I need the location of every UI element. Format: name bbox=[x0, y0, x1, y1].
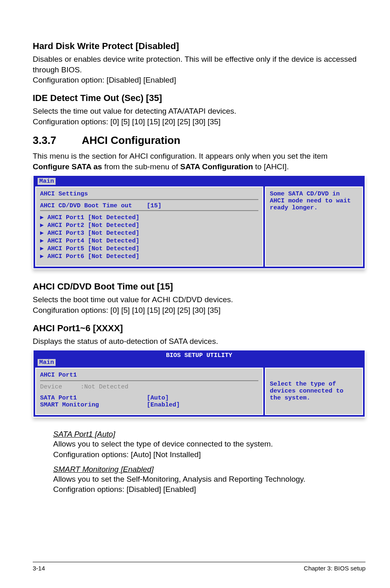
bios-help-text: Some SATA CD/DVD in AHCI mode need to wa… bbox=[270, 191, 351, 211]
divider bbox=[40, 199, 258, 200]
bios-submenu-ahci-port1[interactable]: ▶ AHCI Port1 [Not Detected] bbox=[40, 213, 258, 221]
text-line: Configuration options: [0] [5] [10] [15]… bbox=[33, 117, 220, 126]
triangle-right-icon: ▶ bbox=[40, 238, 47, 245]
bios-help-text: Select the type of devices connected to … bbox=[270, 381, 343, 402]
text-fragment: from the sub-menu of bbox=[102, 162, 180, 171]
heading-ide-detect-time-out: IDE Detect Time Out (Sec) [35] bbox=[33, 93, 365, 103]
bios-tab-main[interactable]: Main bbox=[38, 178, 56, 185]
text-line: Allows you to set the Self-Monitoring, A… bbox=[53, 475, 305, 483]
submenu-label: AHCI Port3 [Not Detected] bbox=[47, 230, 139, 237]
divider bbox=[40, 210, 258, 211]
bios-submenu-ahci-port2[interactable]: ▶ AHCI Port2 [Not Detected] bbox=[40, 221, 258, 229]
heading-hard-disk-write-protect: Hard Disk Write Protect [Disabled] bbox=[33, 41, 365, 52]
bios-submenu-ahci-port6[interactable]: ▶ AHCI Port6 [Not Detected] bbox=[40, 252, 258, 260]
bios-panel-ahci-port1: BIOS SETUP UTILITY Main AHCI Port1 Devic… bbox=[33, 350, 365, 417]
text-hard-disk-write-protect: Disables or enables device write protect… bbox=[33, 54, 365, 85]
triangle-right-icon: ▶ bbox=[40, 214, 47, 221]
bios-submenu-ahci-port5[interactable]: ▶ AHCI Port5 [Not Detected] bbox=[40, 245, 258, 252]
text-ide-detect-time-out: Selects the time out value for detecting… bbox=[33, 106, 365, 127]
text-line: Disables or enables device write protect… bbox=[33, 55, 356, 74]
bios-left-pane: AHCI Port1 Device :Not Detected SATA Por… bbox=[35, 368, 263, 415]
text-smart-monitoring: Allows you to set the Self-Monitoring, A… bbox=[53, 474, 365, 495]
divider bbox=[40, 380, 258, 381]
info-value: :Not Detected bbox=[81, 384, 128, 391]
submenu-label: AHCI Port1 [Not Detected] bbox=[47, 214, 139, 221]
text-line: Allows you to select the type of device … bbox=[53, 440, 273, 448]
page-footer: 3-14 Chapter 3: BIOS setup bbox=[33, 562, 365, 572]
bios-left-pane: AHCI Settings AHCI CD/DVD Boot Time out … bbox=[35, 186, 263, 267]
bios-help-pane: Some SATA CD/DVD in AHCI mode need to wa… bbox=[265, 186, 363, 267]
text-line: Congifuration options: [0] [5] [10] [15]… bbox=[33, 306, 220, 314]
info-label: Device bbox=[40, 384, 62, 391]
option-label: AHCI CD/DVD Boot Time out bbox=[40, 202, 132, 209]
bios-help-pane: Select the type of devices connected to … bbox=[265, 368, 363, 415]
text-line: Configuration options: [Auto] [Not Insta… bbox=[53, 450, 201, 459]
submenu-label: AHCI Port2 [Not Detected] bbox=[47, 222, 139, 229]
chapter-label: Chapter 3: BIOS setup bbox=[304, 565, 365, 572]
text-ahci-configuration-intro: This menu is the section for AHCI config… bbox=[33, 151, 365, 172]
option-value: [Enabled] bbox=[147, 402, 180, 408]
bios-info-device: Device :Not Detected bbox=[40, 384, 258, 391]
option-value: [Auto] bbox=[147, 395, 169, 402]
option-label: SATA Port1 bbox=[40, 395, 77, 402]
text-fragment: to [AHCI]. bbox=[253, 162, 289, 171]
triangle-right-icon: ▶ bbox=[40, 230, 47, 237]
bios-tab-bar: Main bbox=[34, 178, 364, 186]
heading-ahci-configuration: 3.3.7AHCI Configuration bbox=[33, 134, 365, 147]
submenu-label: AHCI Port5 [Not Detected] bbox=[47, 245, 139, 252]
text-fragment: This menu is the section for AHCI config… bbox=[33, 152, 327, 160]
bios-option-sata-port1[interactable]: SATA Port1 [Auto] bbox=[40, 395, 258, 402]
section-number: 3.3.7 bbox=[33, 134, 82, 147]
bios-title: BIOS SETUP UTILITY bbox=[34, 351, 364, 359]
text-line: Selects the time out value for detecting… bbox=[33, 107, 236, 115]
heading-smart-monitoring: SMART Monitoring [Enabled] bbox=[53, 465, 365, 474]
bios-submenu-ahci-port4[interactable]: ▶ AHCI Port4 [Not Detected] bbox=[40, 237, 258, 245]
text-sata-port1: Allows you to select the type of device … bbox=[53, 439, 365, 460]
bios-option-boot-time-out[interactable]: AHCI CD/DVD Boot Time out [15] bbox=[40, 202, 258, 209]
heading-ahci-port-1-6: AHCI Port1~6 [XXXX] bbox=[33, 323, 365, 334]
text-line: Configration options: [Disabled] [Enable… bbox=[53, 485, 196, 494]
submenu-label: AHCI Port6 [Not Detected] bbox=[47, 253, 139, 260]
text-line: Configuration option: [Disabled] [Enable… bbox=[33, 76, 176, 84]
bios-option-smart-monitoring[interactable]: SMART Monitoring [Enabled] bbox=[40, 402, 258, 408]
text-bold: Configure SATA as bbox=[33, 162, 102, 171]
text-line: Selects the boot time out value for ACHI… bbox=[33, 295, 233, 304]
bios-tab-bar: Main bbox=[34, 359, 364, 367]
bios-submenu-ahci-port3[interactable]: ▶ AHCI Port3 [Not Detected] bbox=[40, 229, 258, 237]
text-bold: SATA Configuration bbox=[180, 162, 253, 171]
page-number: 3-14 bbox=[33, 565, 45, 572]
triangle-right-icon: ▶ bbox=[40, 222, 47, 229]
bios-tab-main[interactable]: Main bbox=[38, 359, 56, 366]
option-value: [15] bbox=[147, 202, 161, 209]
submenu-label: AHCI Port4 [Not Detected] bbox=[47, 238, 139, 245]
heading-sata-port1: SATA Port1 [Auto] bbox=[53, 430, 365, 439]
triangle-right-icon: ▶ bbox=[40, 253, 47, 260]
heading-ahci-cd-dvd-boot-time-out: AHCI CD/DVD Boot Time out [15] bbox=[33, 281, 365, 292]
bios-panel-ahci-settings: BIOS SETUP UTILITY Main AHCI Settings AH… bbox=[33, 175, 365, 269]
bios-pane-heading: AHCI Settings bbox=[40, 191, 258, 197]
text-ahci-boot-time-out: Selects the boot time out value for ACHI… bbox=[33, 294, 365, 315]
triangle-right-icon: ▶ bbox=[40, 245, 47, 252]
section-title: AHCI Configuration bbox=[82, 134, 180, 146]
bios-pane-heading: AHCI Port1 bbox=[40, 372, 258, 379]
option-label: SMART Monitoring bbox=[40, 402, 99, 408]
text-ahci-port-1-6: Displays the status of auto-detection of… bbox=[33, 336, 365, 347]
